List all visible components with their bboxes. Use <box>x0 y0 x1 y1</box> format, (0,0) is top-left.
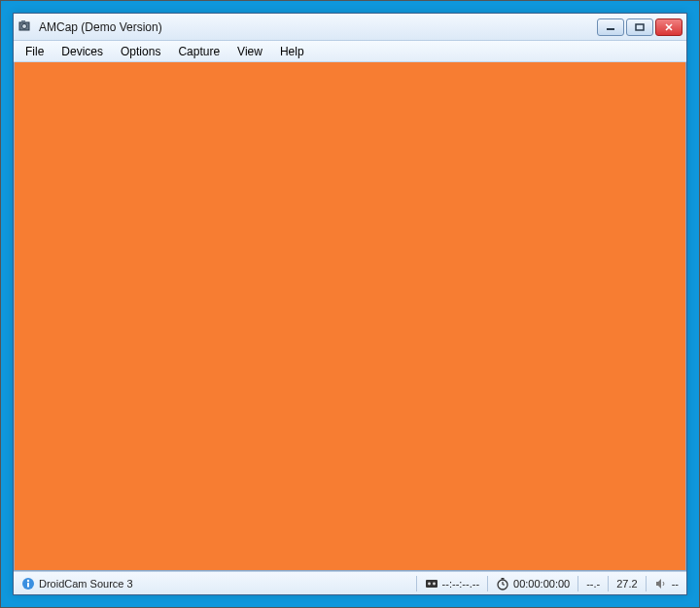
svg-rect-6 <box>27 583 29 588</box>
status-device-label: DroidCam Source 3 <box>39 578 133 590</box>
svg-point-1 <box>22 23 27 28</box>
app-window: AMCap (Demo Version) File Devices Option… <box>13 13 687 595</box>
svg-rect-8 <box>426 580 438 588</box>
menu-file[interactable]: File <box>18 43 52 60</box>
close-button[interactable] <box>655 18 682 36</box>
svg-point-9 <box>428 582 431 585</box>
titlebar[interactable]: AMCap (Demo Version) <box>14 14 686 41</box>
minimize-button[interactable] <box>597 18 624 36</box>
svg-rect-2 <box>21 20 25 22</box>
app-icon <box>18 19 33 35</box>
status-separator <box>487 576 488 591</box>
svg-rect-12 <box>502 578 505 580</box>
status-rate-value: --.- <box>586 578 600 590</box>
desktop-region: AMCap (Demo Version) File Devices Option… <box>0 0 700 608</box>
status-device-section: DroidCam Source 3 <box>18 577 412 590</box>
status-fps-value: 27.2 <box>616 578 637 590</box>
statusbar: DroidCam Source 3 --:--:--.-- 00:00:00:0… <box>14 571 686 594</box>
speaker-icon <box>654 577 668 590</box>
svg-point-10 <box>433 582 436 585</box>
maximize-button[interactable] <box>626 18 653 36</box>
stopwatch-icon <box>496 577 509 590</box>
menubar: File Devices Options Capture View Help <box>14 41 686 62</box>
status-elapsed-section: 00:00:00:00 <box>492 577 574 590</box>
status-separator <box>608 576 609 591</box>
status-tape-section: --:--:--.-- <box>421 577 483 590</box>
svg-point-7 <box>27 579 29 581</box>
info-icon <box>21 577 35 590</box>
menu-help[interactable]: Help <box>272 43 312 60</box>
status-rate-section: --.- <box>582 578 604 590</box>
menu-options[interactable]: Options <box>113 43 168 60</box>
tape-icon <box>425 577 438 590</box>
menu-view[interactable]: View <box>229 43 270 60</box>
window-controls <box>597 18 682 36</box>
svg-rect-4 <box>636 24 644 30</box>
svg-rect-3 <box>607 28 614 30</box>
status-separator <box>416 576 417 591</box>
status-separator <box>646 576 647 591</box>
window-title: AMCap (Demo Version) <box>39 20 597 34</box>
status-audio-value: -- <box>672 578 679 590</box>
status-audio-section: -- <box>650 577 682 590</box>
video-preview <box>14 62 686 571</box>
status-separator <box>578 576 578 591</box>
status-tape-time: --:--:--.-- <box>442 578 479 590</box>
menu-capture[interactable]: Capture <box>170 43 228 60</box>
status-fps-section: 27.2 <box>612 578 641 590</box>
menu-devices[interactable]: Devices <box>53 43 111 60</box>
status-elapsed-time: 00:00:00:00 <box>513 578 570 590</box>
